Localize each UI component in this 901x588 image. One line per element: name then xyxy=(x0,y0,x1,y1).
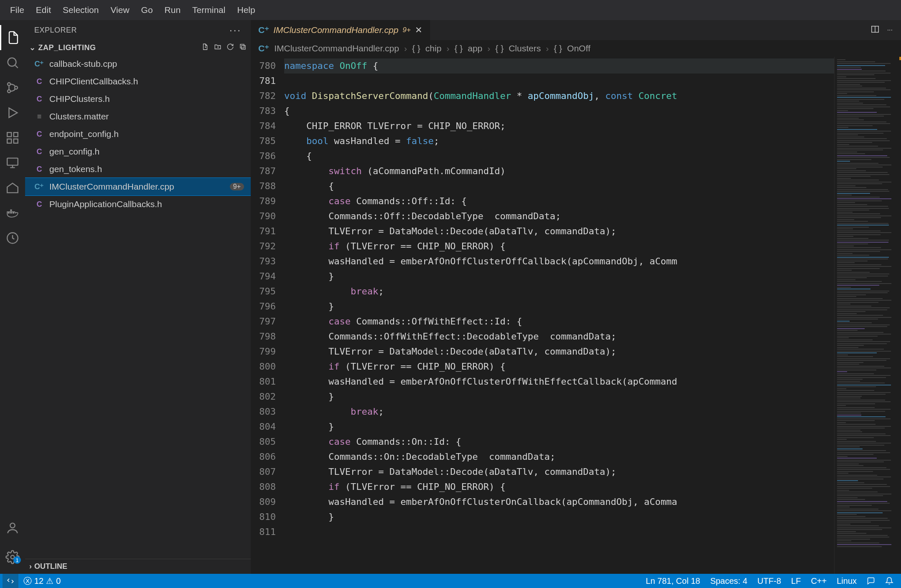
split-editor-icon[interactable] xyxy=(870,25,880,35)
code-content[interactable]: namespace OnOff { void DispatchServerCom… xyxy=(284,57,834,574)
namespace-icon: { } xyxy=(412,43,420,53)
namespace-icon: { } xyxy=(454,43,463,53)
svg-point-1 xyxy=(8,83,10,86)
breadcrumb-item[interactable]: Clusters xyxy=(509,43,541,53)
file-item[interactable]: CPluginApplicationCallbacks.h xyxy=(25,195,251,213)
file-name: CHIPClientCallbacks.h xyxy=(49,76,138,86)
settings-badge: 1 xyxy=(13,556,21,564)
outline-header[interactable]: › OUTLINE xyxy=(25,559,251,574)
menubar[interactable]: FileEditSelectionViewGoRunTerminalHelp xyxy=(0,0,901,20)
chevron-down-icon: ⌄ xyxy=(29,43,36,52)
svg-point-0 xyxy=(8,58,16,66)
tab-active[interactable]: C⁺ IMClusterCommandHandler.cpp 9+ ✕ xyxy=(251,20,430,40)
menu-view[interactable]: View xyxy=(104,5,135,15)
source-control-icon[interactable] xyxy=(0,75,25,100)
file-item[interactable]: Cendpoint_config.h xyxy=(25,125,251,143)
warning-icon: ⚠ xyxy=(46,576,53,586)
line-gutter: 7807817827837847857867877887897907917927… xyxy=(251,57,284,574)
breadcrumbs[interactable]: C⁺ IMClusterCommandHandler.cpp › { } chi… xyxy=(251,40,901,57)
new-folder-icon[interactable] xyxy=(214,43,221,53)
minimap[interactable] xyxy=(834,57,901,574)
explorer-title: EXPLORER xyxy=(34,26,77,35)
ext1-icon[interactable] xyxy=(0,175,25,200)
notifications-icon[interactable] xyxy=(880,577,898,585)
breadcrumb-item[interactable]: OnOff xyxy=(567,43,590,53)
breadcrumb-item[interactable]: IMClusterCommandHandler.cpp xyxy=(274,43,399,53)
svg-rect-16 xyxy=(240,44,244,48)
file-name: gen_tokens.h xyxy=(49,164,102,174)
menu-go[interactable]: Go xyxy=(135,5,159,15)
new-file-icon[interactable] xyxy=(201,43,209,53)
menu-help[interactable]: Help xyxy=(231,5,261,15)
extensions-icon[interactable] xyxy=(0,125,25,150)
editor-area: C⁺ IMClusterCommandHandler.cpp 9+ ✕ ··· … xyxy=(251,20,901,574)
activity-bar: 1 xyxy=(0,20,25,574)
code-editor[interactable]: 7807817827837847857867877887897907917927… xyxy=(251,57,901,574)
os-indicator[interactable]: Linux xyxy=(832,576,862,586)
svg-rect-8 xyxy=(7,158,18,165)
problems-indicator[interactable]: ⓧ12 ⚠0 xyxy=(18,575,66,587)
file-name: CHIPClusters.h xyxy=(49,94,110,104)
refresh-icon[interactable] xyxy=(227,43,234,53)
file-badge: 9+ xyxy=(230,183,244,190)
file-item[interactable]: Cgen_tokens.h xyxy=(25,160,251,178)
collapse-icon[interactable] xyxy=(239,43,247,53)
ext2-icon[interactable] xyxy=(0,226,25,251)
language-mode[interactable]: C++ xyxy=(806,576,832,586)
tab-modified-badge: 9+ xyxy=(402,26,410,34)
file-name: endpoint_config.h xyxy=(49,129,119,139)
file-item[interactable]: CCHIPClientCallbacks.h xyxy=(25,73,251,90)
settings-gear-icon[interactable]: 1 xyxy=(0,545,25,570)
file-item[interactable]: ≡Clusters.matter xyxy=(25,108,251,125)
file-name: PluginApplicationCallbacks.h xyxy=(49,199,162,209)
tab-filename: IMClusterCommandHandler.cpp xyxy=(273,25,398,35)
feedback-icon[interactable] xyxy=(862,577,880,585)
tabs-row: C⁺ IMClusterCommandHandler.cpp 9+ ✕ ··· xyxy=(251,20,901,40)
menu-file[interactable]: File xyxy=(4,5,30,15)
explorer-more-icon[interactable]: ··· xyxy=(229,24,242,36)
remote-indicator[interactable] xyxy=(3,574,18,588)
m-file-icon: ≡ xyxy=(33,112,45,121)
error-count: 12 xyxy=(34,576,43,586)
breadcrumb-item[interactable]: chip xyxy=(425,43,442,53)
h-file-icon: C xyxy=(33,147,45,156)
encoding[interactable]: UTF-8 xyxy=(752,576,786,586)
cursor-position[interactable]: Ln 781, Col 18 xyxy=(641,576,705,586)
h-file-icon: C xyxy=(33,95,45,104)
folder-header[interactable]: ⌄ ZAP_LIGHTING xyxy=(25,40,251,55)
menu-selection[interactable]: Selection xyxy=(57,5,104,15)
account-icon[interactable] xyxy=(0,515,25,540)
namespace-icon: { } xyxy=(554,43,562,53)
svg-point-2 xyxy=(8,90,10,93)
h-file-icon: C xyxy=(33,200,45,209)
breadcrumb-item[interactable]: app xyxy=(468,43,482,53)
run-debug-icon[interactable] xyxy=(0,100,25,125)
h-file-icon: C xyxy=(33,130,45,139)
file-name: callback-stub.cpp xyxy=(49,59,117,69)
menu-terminal[interactable]: Terminal xyxy=(186,5,231,15)
file-name: Clusters.matter xyxy=(49,112,109,122)
file-item[interactable]: C⁺IMClusterCommandHandler.cpp9+ xyxy=(25,178,251,195)
indentation[interactable]: Spaces: 4 xyxy=(705,576,752,586)
search-icon[interactable] xyxy=(0,50,25,75)
menu-edit[interactable]: Edit xyxy=(30,5,57,15)
svg-rect-7 xyxy=(14,139,18,143)
svg-point-14 xyxy=(10,523,15,528)
explorer-sidebar: EXPLORER ··· ⌄ ZAP_LIGHTING C⁺cal xyxy=(25,20,251,574)
eol[interactable]: LF xyxy=(786,576,806,586)
file-item[interactable]: Cgen_config.h xyxy=(25,143,251,160)
editor-more-icon[interactable]: ··· xyxy=(887,26,893,34)
cpp-file-icon: C⁺ xyxy=(33,182,45,191)
svg-rect-4 xyxy=(7,132,11,137)
docker-icon[interactable] xyxy=(0,200,25,226)
menu-run[interactable]: Run xyxy=(159,5,187,15)
namespace-icon: { } xyxy=(495,43,504,53)
remote-explorer-icon[interactable] xyxy=(0,150,25,175)
close-icon[interactable]: ✕ xyxy=(415,25,423,35)
error-icon: ⓧ xyxy=(23,575,32,587)
explorer-icon[interactable] xyxy=(0,25,25,50)
file-item[interactable]: C⁺callback-stub.cpp xyxy=(25,55,251,73)
h-file-icon: C xyxy=(33,165,45,174)
file-item[interactable]: CCHIPClusters.h xyxy=(25,90,251,108)
chevron-right-icon: › xyxy=(29,562,32,571)
